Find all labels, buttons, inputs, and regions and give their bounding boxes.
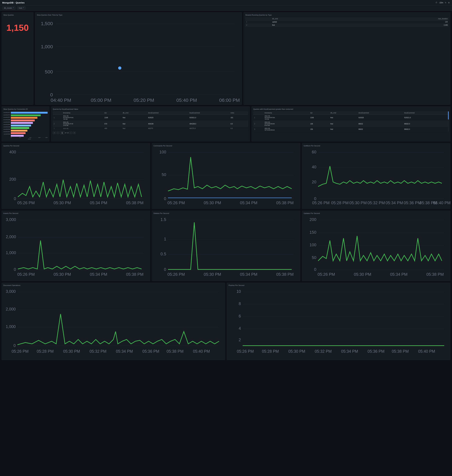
svg-text:05:28 PM: 05:28 PM <box>331 200 349 205</box>
cell-docs: 86632 <box>358 127 403 132</box>
last-page-btn[interactable]: » <box>73 131 76 134</box>
svg-text:1,500: 1,500 <box>41 21 53 26</box>
svg-text:20: 20 <box>19 137 21 138</box>
dps-line <box>168 222 292 269</box>
filter-db-cluster[interactable]: db_cluster * <box>2 6 15 10</box>
cell-ts: 2021-05-31T19:05:38.466+07:00 <box>264 121 309 127</box>
filter-icon[interactable]: ⚙ <box>448 2 450 4</box>
svg-text:05:34 PM: 05:34 PM <box>240 272 257 277</box>
cell-cmd: find <box>329 115 358 121</box>
col-db-cmd-sr: db_cmd <box>271 17 342 20</box>
updates-per-second-panel: Updates Per Second 200 150 100 50 0 05:2… <box>302 211 450 281</box>
table-row: 3 2021-05... 400 find 40/270 40/270.0 0.… <box>53 127 248 130</box>
svg-text:05:30 PM: 05:30 PM <box>204 200 221 205</box>
svg-text:05:40 PM: 05:40 PM <box>418 349 435 353</box>
bar <box>11 122 33 124</box>
svg-text:50: 50 <box>312 255 316 260</box>
bar <box>11 130 27 132</box>
first-page-btn[interactable]: « <box>53 131 56 134</box>
ips-line <box>18 240 141 269</box>
cell-dur: 156 <box>309 127 330 132</box>
svg-text:0: 0 <box>14 196 16 201</box>
svg-text:05:30 PM: 05:30 PM <box>204 272 221 277</box>
slow-queries-by-conn-panel: Slow Queries by Connection ID conn341/61… <box>2 106 49 142</box>
filter-host[interactable]: host * <box>17 6 26 10</box>
bar-label: conn341/062 <box>3 121 10 123</box>
col-timestamp-qk: timestamp <box>62 111 104 115</box>
svg-text:05:38 PM: 05:38 PM <box>126 200 143 205</box>
col-num-sr <box>245 17 271 20</box>
svg-text:80: 80 <box>46 137 48 138</box>
dps-title: Deletes Per Second <box>153 212 299 214</box>
svg-text:05:26 PM: 05:26 PM <box>17 272 35 277</box>
cell-dur: 400 <box>103 127 122 130</box>
svg-text:0: 0 <box>14 267 16 271</box>
svg-text:05:32 PM: 05:32 PM <box>90 349 106 353</box>
svg-text:05:00 PM: 05:00 PM <box>91 98 111 103</box>
header-controls: ⏱ -15m ↻ ⚙ <box>435 2 450 4</box>
queries-keys-table: timestamp dur db_cmd docsExamined keysEx… <box>53 111 248 130</box>
svg-text:40: 40 <box>29 137 31 138</box>
svg-text:200: 200 <box>9 177 16 182</box>
queries-keys-greater-title: Queries with KeysExamined greater than n… <box>253 108 449 110</box>
clock-icon: ⏱ <box>435 2 437 4</box>
row-num: 1 <box>245 20 271 24</box>
cell-dur: 670 <box>103 121 122 127</box>
fps-title: Flushes Per Second <box>229 284 449 286</box>
deletes-per-second-panel: Deletes Per Second 1.5 1 0.5 0 05:26 PM … <box>152 211 300 281</box>
prev-page-btn[interactable]: ‹ <box>57 131 59 134</box>
queries-keys-greater-table: timestamp dur db_cmd docsExamined keysEx… <box>253 111 449 132</box>
svg-text:05:26 PM: 05:26 PM <box>167 200 185 205</box>
svg-text:40: 40 <box>312 165 316 169</box>
row-1: Slow Queries 1,150 Slow Queries Over Tim… <box>2 12 450 105</box>
cps-chart: 100 50 0 05:26 PM 05:30 PM 05:34 PM 05:3… <box>153 148 299 207</box>
svg-text:100: 100 <box>159 150 166 154</box>
svg-text:500: 500 <box>45 69 53 74</box>
svg-text:4: 4 <box>239 326 241 331</box>
dps-chart: 1.5 1 0.5 0 05:26 PM 05:30 PM 05:34 PM 0… <box>153 215 299 279</box>
cell-max-dur: 120 <box>341 20 449 24</box>
svg-text:05:36 PM: 05:36 PM <box>404 200 421 205</box>
queries-by-keys-title: Queries by KeysExamined Value <box>53 108 248 110</box>
svg-text:05:30 PM: 05:30 PM <box>349 200 367 205</box>
slow-queries-title: Slow Queries <box>3 14 32 16</box>
bar-chart-svg: 0 20 40 60 80 <box>11 111 48 138</box>
svg-text:1,000: 1,000 <box>41 44 53 49</box>
refresh-icon[interactable]: ↻ <box>445 2 446 4</box>
slowest-running-panel: Slowest Running Queries by Type db_cmd m… <box>244 12 450 105</box>
col-db-cmd-qk: db_cmd <box>122 111 147 115</box>
cell-cmd: find <box>122 121 147 127</box>
row-5: Document Operations 3,000 2,000 1,000 0 … <box>2 283 450 360</box>
cell-db-cmd: update <box>271 20 342 24</box>
svg-text:05:28 PM: 05:28 PM <box>37 349 53 353</box>
svg-text:3,000: 3,000 <box>6 217 16 222</box>
svg-text:05:26 PM: 05:26 PM <box>237 349 254 353</box>
slow-queries-over-time-title: Slow Queries Over Time by Type <box>37 14 240 16</box>
svg-text:0: 0 <box>11 137 12 138</box>
cell-keys: 404238.0 <box>189 121 230 127</box>
svg-text:05:40 PM: 05:40 PM <box>433 200 451 205</box>
cell-db-cmd: find <box>271 24 342 27</box>
cell-cmd: find <box>122 127 147 130</box>
ups-line <box>318 236 442 261</box>
col-docs-qkg: docsExamined <box>358 111 403 115</box>
row-2: Slow Queries by Connection ID conn341/61… <box>2 106 450 142</box>
svg-text:05:30 PM: 05:30 PM <box>354 272 371 277</box>
bar-label: conn341/614 <box>3 112 10 114</box>
bar-label: conn341/574 <box>3 114 10 116</box>
next-page-btn[interactable]: › <box>69 131 72 134</box>
col-max-dur: max_duration <box>341 17 449 20</box>
page-number-input[interactable] <box>60 131 64 134</box>
svg-text:60: 60 <box>312 150 316 154</box>
time-range[interactable]: -15m <box>439 2 443 4</box>
bar-label: conn341/601 <box>3 131 10 133</box>
svg-text:05:26 PM: 05:26 PM <box>17 200 35 205</box>
table-row: 1 2021-05-31T19:03:57151+07:00 2166 find… <box>53 115 248 121</box>
doc-ops-line <box>17 314 219 345</box>
page-of-label: of <box>65 132 66 134</box>
svg-text:10: 10 <box>237 289 241 293</box>
svg-text:05:30 PM: 05:30 PM <box>53 200 71 205</box>
page-title: MongoDB - Queries <box>2 1 25 4</box>
cps-title: Commands Per Second <box>153 145 299 147</box>
fps-chart: 10 8 6 4 2 05:26 PM 05:28 PM 05:30 PM 05… <box>229 287 449 358</box>
